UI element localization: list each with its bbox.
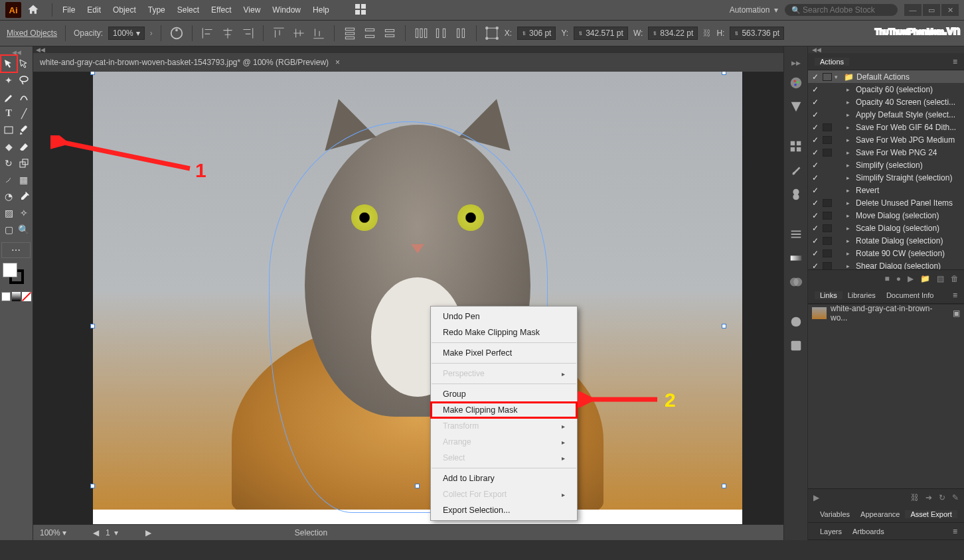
scale-tool[interactable] [17,155,32,171]
action-row[interactable]: ✓▸Save For Web GIF 64 Dith... [808,121,964,133]
align-bottom-icon[interactable] [311,26,326,40]
recolor-icon[interactable] [169,26,184,40]
minimize-icon[interactable]: — [904,4,922,16]
menu-view[interactable]: View [238,5,267,15]
menu-object[interactable]: Object [107,5,142,15]
symbols-icon[interactable] [789,187,803,202]
dist-h-icon[interactable] [414,26,428,40]
variables-tab[interactable]: Variables [815,510,855,518]
magic-wand-tool[interactable]: ✦ [1,72,17,88]
ctx-make-clipping-mask[interactable]: Make Clipping Mask [431,402,577,418]
align-vcenter-icon[interactable] [291,26,306,40]
y-field[interactable]: ⥮342.571 pt [574,27,628,40]
rectangle-tool[interactable] [1,122,17,138]
arrange-docs-icon[interactable] [355,4,371,16]
dist-vb-icon[interactable] [382,26,397,40]
ctx-transform[interactable]: Transform▸ [431,418,577,434]
action-row[interactable]: ✓▸Revert [808,184,964,196]
gradient-tool[interactable]: ▨ [1,205,17,221]
panel-menu-icon[interactable]: ≡ [953,57,957,66]
canvas[interactable]: Undo Pen Redo Make Clipping Mask Make Pi… [33,72,783,524]
action-row[interactable]: ✓▸Opacity 60 (selection) [808,83,964,96]
eraser-tool[interactable] [17,139,32,155]
curvature-tool[interactable] [17,89,32,105]
play-icon[interactable]: ▶ [908,274,914,283]
action-row[interactable]: ✓▸Scale Dialog (selection) [808,222,964,234]
asset-export-tab[interactable]: Asset Export [905,510,957,518]
libraries-tab[interactable]: Libraries [843,291,881,299]
appearance-panel-icon[interactable] [789,315,803,329]
gradient-mode-icon[interactable] [12,292,21,301]
action-row[interactable]: ✓▸Move Dialog (selection) [808,209,964,222]
zoom-tool[interactable]: 🔍 [17,222,32,238]
menu-select[interactable]: Select [171,5,205,15]
actions-tab[interactable]: Actions [815,58,849,66]
panel-menu-icon[interactable]: ≡ [953,527,957,536]
graphic-styles-icon[interactable] [789,338,803,353]
search-input[interactable]: 🔍 Search Adobe Stock [785,4,898,16]
dist-hc-icon[interactable] [434,26,448,40]
ctx-select[interactable]: Select▸ [431,450,577,466]
automation-dropdown[interactable]: Automation ▾ [723,5,785,15]
layers-tab[interactable]: Layers [815,527,847,535]
width-tool[interactable]: ⟋ [1,172,17,188]
align-top-icon[interactable] [272,26,286,40]
artboard-tool[interactable]: ▢ [1,222,17,238]
stop-icon[interactable]: ■ [885,274,890,283]
w-field[interactable]: ⥮834.22 pt [648,27,698,40]
action-row[interactable]: ✓▸Apply Default Style (select... [808,108,964,121]
transform-icon[interactable] [485,26,499,40]
ctx-add-library[interactable]: Add to Library [431,470,577,486]
action-row[interactable]: ✓▸Delete Unused Panel Items [808,196,964,209]
mesh-tool[interactable]: ✧ [17,205,32,221]
lasso-tool[interactable] [17,72,32,88]
dist-vc-icon[interactable] [362,26,377,40]
ctx-collect-export[interactable]: Collect For Export▸ [431,486,577,502]
menu-file[interactable]: File [56,5,81,15]
color-panel-icon[interactable] [789,76,803,90]
align-left-icon[interactable] [201,26,215,40]
menu-type[interactable]: Type [142,5,171,15]
document-info-tab[interactable]: Document Info [881,291,939,299]
selection-tool[interactable] [1,56,17,72]
relink-icon[interactable]: ⛓ [911,493,919,502]
link-item[interactable]: white-and-gray-cat-in-brown-wo... ▣ [808,304,964,321]
ctx-arrange[interactable]: Arrange▸ [431,434,577,450]
x-field[interactable]: ⥮306 pt [517,27,556,40]
action-row[interactable]: ✓▸Simplify (selection) [808,159,964,171]
color-mode-icon[interactable] [1,292,11,301]
link-wh-icon[interactable]: ⛓ [703,29,711,38]
align-hcenter-icon[interactable] [220,26,235,40]
eyedropper-tool[interactable] [17,188,32,204]
goto-icon[interactable]: ➔ [925,493,932,502]
align-right-icon[interactable] [240,26,255,40]
action-row[interactable]: ✓▸Simplify Straight (selection) [808,171,964,184]
ctx-export-selection[interactable]: Export Selection... [431,502,577,518]
free-transform-tool[interactable]: ▦ [17,172,32,188]
nav-prev-icon[interactable]: ◀ [93,528,99,537]
panel-menu-icon[interactable]: ≡ [953,291,957,300]
close-tab-icon[interactable]: × [335,58,340,67]
shaper-tool[interactable]: ◆ [1,139,17,155]
direct-selection-tool[interactable] [17,56,32,72]
appearance-tab[interactable]: Appearance [855,510,905,518]
swatches-icon[interactable] [789,139,803,154]
new-folder-icon[interactable]: 📁 [920,274,930,283]
brushes-icon[interactable] [789,163,803,178]
line-tool[interactable]: ╱ [17,105,32,121]
action-row[interactable]: ✓▸Shear Dialog (selection) [808,259,964,269]
menu-edit[interactable]: Edit [81,5,107,15]
ctx-undo[interactable]: Undo Pen [431,309,577,324]
nav-next-icon[interactable]: ▶ [145,528,151,537]
action-row[interactable]: ✓▸Save For Web JPG Medium [808,133,964,146]
document-tab[interactable]: white-and-gray-cat-in-brown-woven-basket… [33,53,783,72]
home-icon[interactable] [27,3,40,17]
stroke-panel-icon[interactable] [789,227,803,242]
dist-hr-icon[interactable] [453,26,468,40]
action-row[interactable]: ✓▸Rotate 90 CW (selection) [808,247,964,259]
zoom-field[interactable]: 100% ▾ [40,528,86,537]
none-mode-icon[interactable] [22,292,31,301]
menu-help[interactable]: Help [307,5,335,15]
opacity-field[interactable]: 100% ▾ [108,27,145,40]
pen-tool[interactable] [1,89,17,105]
